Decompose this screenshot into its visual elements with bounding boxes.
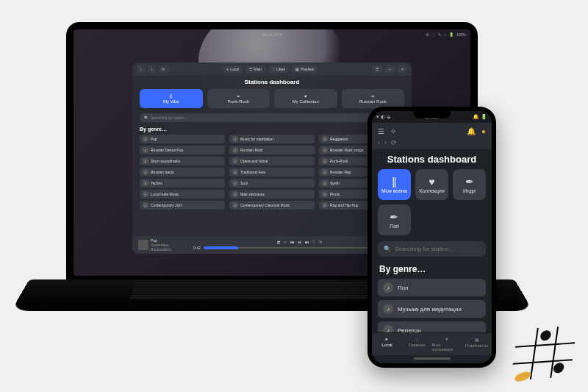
genre-icon: ♪ [322, 158, 328, 164]
genre-tile[interactable]: ♪Russian bards [140, 168, 225, 177]
genre-tile[interactable]: ♪Russian Rock [229, 146, 315, 154]
genre-list: ♪Поп♪Музыка для медитации♪Реггетон♪Русск… [372, 276, 492, 332]
genre-icon: ♪ [322, 180, 328, 186]
phone-topnav: ☰ ✧ 🔔 ● ‹ › ⟳ [372, 123, 492, 149]
close-button[interactable]: × [398, 65, 407, 73]
genre-tile[interactable]: ♪Music for meditation [229, 135, 315, 143]
tray-icon[interactable]: ⌂ [444, 32, 446, 37]
phone-mockup: ▾ ◐ ⬙ 07:36 🔔 🔋 ☰ ✧ 🔔 ● ‹ › ⟳ [368, 107, 496, 368]
now-playing[interactable]: Pop Generation Radiostation [138, 238, 190, 252]
genre-label: Russian Rock songs [330, 148, 364, 152]
tab-main[interactable]: ☰Main [245, 65, 265, 73]
genre-icon: ♪ [383, 304, 393, 314]
dash-label: Моя волна [381, 188, 407, 193]
nav-fwd-button[interactable]: › [384, 139, 387, 146]
player-button[interactable]: ⇄ [277, 240, 280, 244]
bottom-tab[interactable]: ♥Моя коллекция [432, 333, 462, 355]
genre-tile[interactable]: ♪Pop [140, 135, 225, 143]
tray-icon[interactable]: ✎ [438, 32, 441, 37]
phone-statusbar: ▾ ◐ ⬙ 07:36 🔔 🔋 [372, 111, 492, 123]
dash-button[interactable]: ♥Коллекция [415, 169, 448, 200]
tray-icon[interactable]: ⬚ [431, 32, 435, 37]
nav-back-button[interactable]: ‹ [378, 139, 380, 146]
player-button[interactable]: ⏮ [290, 240, 294, 244]
genre-label: Music for meditation [240, 137, 273, 141]
search-input[interactable]: 🔍 Searching for station… [378, 241, 486, 257]
genre-tile[interactable]: ♪Techno [140, 179, 225, 188]
avatar[interactable]: ● [481, 127, 486, 135]
genre-label: Picnic [330, 192, 340, 196]
genre-icon: ♪ [322, 191, 328, 197]
player-button[interactable]: ⏭ [305, 240, 309, 244]
minimize-button[interactable]: – [385, 65, 395, 73]
dash-button[interactable]: ✒Инди [453, 169, 486, 200]
genre-icon: ♪ [143, 191, 148, 197]
tab-liked[interactable]: ♡Liked [268, 65, 289, 73]
genre-tile[interactable]: ♪Soul [229, 179, 315, 188]
genre-tile[interactable]: ♪Main decisions [229, 190, 315, 199]
player-button[interactable]: ☆ [284, 240, 287, 244]
genre-icon: ♪ [143, 169, 148, 175]
menu-button[interactable]: ☰ [372, 65, 382, 73]
system-clock: Jun 14 14:59 [262, 32, 283, 41]
dash-button[interactable]: ✒Поп [378, 204, 411, 235]
tray-icon[interactable]: ⚙ [426, 32, 429, 37]
genre-tile[interactable]: ♪Short soundtracks [140, 157, 225, 165]
tab-icon: ♥ [445, 337, 448, 341]
menu-icon[interactable]: ☰ [378, 127, 384, 135]
page-title: Stations dashboard [132, 76, 412, 87]
tab-playlists[interactable]: ▦Playlists [292, 65, 318, 73]
genre-icon: ♪ [232, 147, 238, 153]
nav-refresh-button[interactable]: ⟳ [158, 65, 168, 73]
genre-tile[interactable]: ♪Поп [378, 279, 486, 296]
genre-tile[interactable]: ♪Музыка для медитации [378, 300, 486, 318]
tab-local[interactable]: ⎈Local [223, 65, 243, 73]
search-placeholder: Searching for station… [151, 115, 188, 120]
genre-label: Reggaeton [330, 137, 348, 141]
genre-icon: ♪ [322, 202, 328, 208]
genre-tile[interactable]: ♪Traditional Asia [229, 168, 315, 177]
genre-icon: ♪ [143, 158, 148, 164]
nav-refresh-button[interactable]: ⟳ [391, 139, 397, 146]
genre-tile[interactable]: ♪Реггетон [378, 321, 486, 332]
dash-icon: ✒ [465, 177, 474, 187]
player-button[interactable]: ♡ [312, 240, 315, 244]
genre-tile[interactable]: ♪Opera and Vocal [229, 157, 315, 165]
phone-bottom-tabs: ⎈Local⌂Главная♥Моя коллекция▦Плейлисты [372, 332, 492, 355]
genre-icon: ♪ [322, 147, 328, 153]
star-icon[interactable]: ✧ [390, 127, 396, 135]
dash-rurock[interactable]: ✒Russian Rock [342, 89, 405, 108]
dash-punkrock[interactable]: ✒Punk-Rock [207, 89, 270, 108]
bottom-tab[interactable]: ▦Плейлисты [462, 333, 492, 355]
bell-icon[interactable]: 🔔 [467, 127, 476, 135]
dash-myvibe[interactable]: ‖My Vibe [140, 89, 203, 108]
genre-label: Russian Rap [330, 170, 351, 174]
player-button[interactable]: ⏯ [298, 240, 301, 244]
bottom-tab[interactable]: ⎈Local [372, 333, 402, 355]
grid-icon: ▦ [295, 67, 299, 71]
genre-tile[interactable]: ♪Local Indie Music [140, 190, 225, 199]
nav-fwd-button[interactable]: › [148, 65, 157, 73]
genre-tile[interactable]: ♪Contemporary Jazz [140, 201, 225, 210]
search-input[interactable]: 🔍 Searching for station… [140, 113, 404, 122]
battery-icon[interactable]: 🔋 [449, 32, 453, 37]
dash-label: Инди [463, 188, 476, 193]
genre-label: Музыка для медитации [398, 306, 462, 313]
bottom-tab[interactable]: ⌂Главная [402, 333, 432, 355]
brush-icon: ✒ [237, 93, 240, 99]
dashboard-buttons: ‖My Vibe ✒Punk-Rock ♥My Collection ✒Russ… [132, 87, 412, 110]
genre-label: Russian Dance Pop [151, 148, 183, 152]
dash-collection[interactable]: ♥My Collection [274, 89, 337, 108]
brush-icon: ✒ [371, 93, 375, 99]
home-indicator[interactable] [414, 357, 451, 360]
genre-icon: ♪ [143, 136, 148, 142]
genre-tile[interactable]: ♪Russian Dance Pop [140, 146, 225, 154]
player-button[interactable]: ↻ [319, 240, 322, 244]
tab-label: Главная [409, 343, 426, 347]
tab-icon: ▦ [475, 337, 479, 342]
track-cover [138, 240, 148, 250]
dash-button[interactable]: ‖Моя волна [378, 169, 411, 200]
nav-back-button[interactable]: ‹ [137, 65, 146, 73]
local-icon: ⎈ [226, 67, 229, 71]
genre-tile[interactable]: ♪Contemporary Classical Music [229, 201, 315, 210]
